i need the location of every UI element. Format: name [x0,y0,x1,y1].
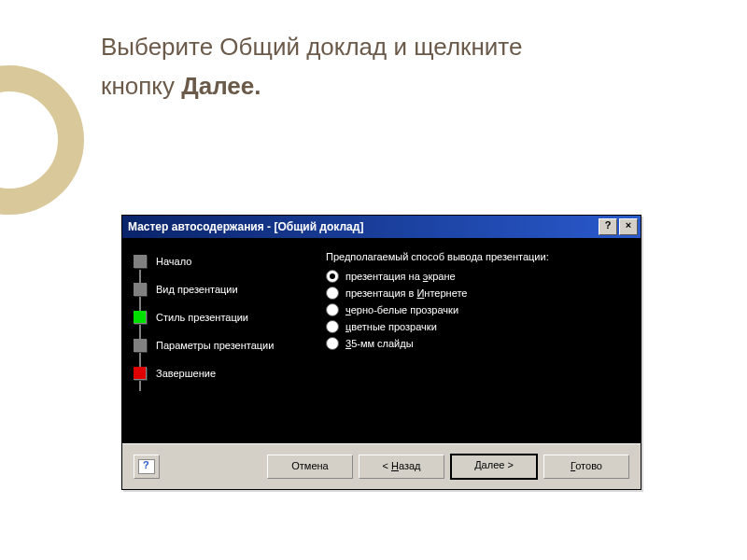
titlebar-close-button[interactable]: × [619,218,638,235]
step-box-icon [134,311,147,324]
help-icon [138,459,155,474]
wizard-steps-panel: Начало Вид презентации Стиль презентации… [122,238,318,443]
decorative-ring [0,65,84,215]
finish-button[interactable]: Готово [543,455,629,479]
step-presentation-type[interactable]: Вид презентации [134,279,311,300]
radio-icon [326,320,339,333]
option-label: цветные прозрачки [345,321,437,332]
radio-icon [326,270,339,283]
option-label: 35-мм слайды [345,338,414,349]
step-box-icon [134,339,147,352]
step-label: Стиль презентации [156,312,248,323]
step-presentation-style[interactable]: Стиль презентации [134,307,311,328]
option-label: презентация в Интернете [345,287,467,299]
step-box-icon [134,283,147,296]
radio-icon [326,287,339,300]
back-button[interactable]: < Назад [359,455,444,479]
instruction-heading: Выберите Общий доклад и щелкните кнопку … [101,28,691,105]
step-box-icon [134,367,147,380]
button-bar: Отмена < Назад Далее > Готово [122,443,641,489]
dialog-body: Начало Вид презентации Стиль презентации… [122,238,641,443]
step-box-icon [134,255,147,268]
heading-bold: Далее. [181,72,261,100]
radio-icon [326,337,339,350]
options-title: Предполагаемый способ вывода презентации… [326,251,626,262]
titlebar[interactable]: Мастер автосодержания - [Общий доклад] ?… [122,216,641,238]
cancel-button[interactable]: Отмена [267,455,353,479]
option-internet[interactable]: презентация в Интернете [326,287,626,300]
wizard-dialog: Мастер автосодержания - [Общий доклад] ?… [121,215,641,490]
step-presentation-params[interactable]: Параметры презентации [134,335,311,356]
step-label: Начало [156,256,191,267]
step-label: Вид презентации [156,284,238,295]
option-color-overhead[interactable]: цветные прозрачки [326,320,626,333]
heading-line2-prefix: кнопку [101,72,181,100]
option-screen[interactable]: презентация на экране [326,270,626,283]
step-label: Завершение [156,368,216,379]
heading-line1: Выберите Общий доклад и щелкните [101,33,522,61]
step-finish[interactable]: Завершение [134,363,311,384]
option-label: черно-белые прозрачки [345,304,458,315]
radio-icon [326,303,339,316]
titlebar-text: Мастер автосодержания - [Общий доклад] [128,220,597,233]
option-label: презентация на экране [345,271,456,282]
option-bw-overhead[interactable]: черно-белые прозрачки [326,303,626,316]
step-start[interactable]: Начало [134,251,311,272]
step-label: Параметры презентации [156,340,274,351]
option-35mm[interactable]: 35-мм слайды [326,337,626,350]
help-button[interactable] [134,455,160,479]
next-button[interactable]: Далее > [450,454,538,480]
titlebar-help-button[interactable]: ? [599,218,617,235]
output-options-panel: Предполагаемый способ вывода презентации… [318,238,641,443]
